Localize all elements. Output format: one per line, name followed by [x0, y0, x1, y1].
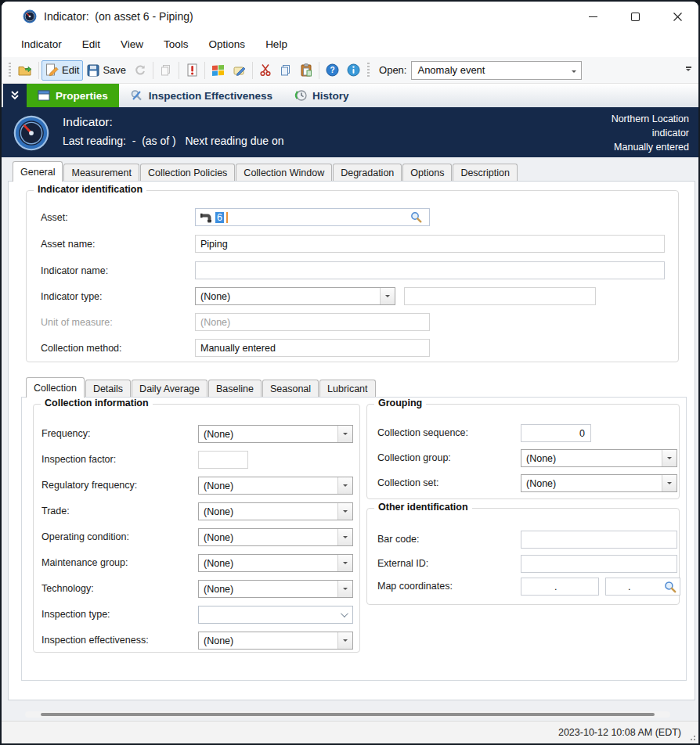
folder-open-icon [18, 63, 32, 77]
bar-code-field[interactable] [521, 531, 677, 549]
inspection-type-combobox[interactable] [198, 606, 353, 624]
copy-icon [280, 64, 292, 77]
toolbar-separator [179, 62, 179, 79]
external-id-field[interactable] [521, 555, 677, 573]
tab-seasonal[interactable]: Seasonal [262, 380, 319, 397]
map-coordinate-x-value: . [554, 581, 557, 592]
group-title: Collection information [41, 398, 153, 408]
frequency-dropdown[interactable]: (None) [198, 425, 353, 443]
asset-field[interactable]: 6 [195, 208, 430, 226]
summary-type: indicator [612, 126, 689, 140]
help-button[interactable]: ? [322, 60, 343, 81]
dropdown-arrow[interactable] [662, 475, 677, 491]
indicator-name-field[interactable] [195, 261, 665, 279]
dropdown-arrow[interactable] [337, 529, 352, 545]
menu-options[interactable]: Options [199, 35, 256, 53]
dropdown-arrow[interactable] [337, 581, 352, 597]
window-title: Indicator: (on asset 6 - Piping) [44, 10, 193, 23]
menu-edit[interactable]: Edit [72, 35, 110, 53]
menu-tools[interactable]: Tools [153, 35, 199, 53]
technology-label: Technology: [41, 583, 94, 594]
save-button[interactable]: Save [83, 60, 130, 81]
tab-collection-window[interactable]: Collection Window [236, 164, 332, 181]
tab-lubricant[interactable]: Lubricant [319, 380, 375, 397]
tab-properties[interactable]: Properties [27, 84, 119, 107]
map-coordinate-x-field[interactable]: . [521, 578, 599, 596]
tab-collection-policies[interactable]: Collection Policies [140, 164, 235, 181]
technology-dropdown[interactable]: (None) [198, 580, 353, 598]
tab-collection[interactable]: Collection [26, 377, 85, 398]
tab-general[interactable]: General [13, 161, 63, 182]
open-form-button[interactable] [14, 60, 36, 81]
menu-indicator[interactable]: Indicator [11, 35, 72, 53]
dropdown-arrow[interactable] [380, 288, 395, 304]
gauge-icon-large [13, 115, 49, 151]
resize-grip[interactable] [687, 732, 695, 740]
send-note-icon [233, 64, 246, 77]
dropdown-arrow[interactable] [337, 426, 352, 442]
collapse-header-button[interactable] [3, 84, 27, 107]
windows-button[interactable] [207, 60, 229, 81]
collection-group-dropdown[interactable]: (None) [521, 449, 677, 467]
dropdown-arrow[interactable] [337, 477, 352, 494]
dropdown-arrow[interactable] [337, 632, 352, 649]
tab-details[interactable]: Details [85, 380, 131, 397]
toolbar-overflow-button[interactable] [682, 67, 695, 74]
collection-sequence-field[interactable]: 0 [521, 424, 591, 442]
open-combobox-value: Anomaly event [417, 64, 485, 76]
dropdown-arrow[interactable] [337, 555, 352, 571]
double-chevron-down-icon [10, 90, 20, 101]
tab-properties-label: Properties [56, 90, 108, 102]
indicator-type-detail-field [404, 287, 596, 305]
tab-daily-average[interactable]: Daily Average [132, 380, 207, 397]
info-button[interactable] [343, 60, 364, 81]
maximize-button[interactable] [614, 2, 656, 31]
toolbar-grip[interactable] [9, 63, 11, 78]
alert-document-button[interactable] [182, 60, 202, 81]
inspection-effectiveness-dropdown[interactable]: (None) [198, 632, 353, 650]
asset-name-label: Asset name: [41, 239, 95, 250]
operating-condition-dropdown[interactable]: (None) [198, 528, 353, 546]
send-button[interactable] [229, 60, 250, 81]
menu-view[interactable]: View [110, 35, 153, 53]
tab-degradation[interactable]: Degradation [333, 164, 402, 181]
minimize-button[interactable] [572, 2, 614, 31]
tab-description[interactable]: Description [453, 164, 518, 181]
tab-history[interactable]: History [283, 84, 360, 107]
chevron-down-icon [341, 610, 348, 617]
menu-help[interactable]: Help [255, 35, 298, 53]
trade-dropdown[interactable]: (None) [198, 502, 353, 520]
tab-measurement[interactable]: Measurement [63, 164, 139, 181]
edit-button[interactable]: Edit [41, 60, 83, 81]
properties-window-icon [38, 90, 50, 101]
map-coordinate-y-field[interactable]: . [605, 578, 680, 596]
close-button[interactable] [656, 2, 698, 31]
open-combobox[interactable]: Anomaly event [411, 61, 582, 80]
page-general: Indicator identification Asset: 6 Asset … [8, 181, 695, 700]
dropdown-arrow[interactable] [662, 450, 677, 466]
dropdown-arrow[interactable] [337, 503, 352, 520]
paste-button[interactable] [296, 60, 316, 81]
tab-inspection-effectiveness[interactable]: Inspection Effectiveness [119, 84, 283, 107]
combobox-arrow[interactable] [566, 62, 581, 79]
regulatory-frequency-dropdown[interactable]: (None) [198, 477, 353, 495]
indicator-type-dropdown[interactable]: (None) [195, 287, 395, 305]
search-icon[interactable] [410, 211, 422, 223]
tab-baseline[interactable]: Baseline [208, 380, 262, 397]
copy-button[interactable] [276, 60, 296, 81]
main-tab-strip: General Measurement Collection Policies … [13, 161, 518, 181]
collection-set-dropdown[interactable]: (None) [521, 474, 677, 492]
collection-method-field: Manually entered [195, 339, 430, 357]
group-title: Grouping [374, 398, 426, 408]
tab-options[interactable]: Options [402, 164, 452, 181]
cut-button[interactable] [255, 60, 276, 81]
horizontal-scrollbar[interactable] [25, 711, 670, 718]
maintenance-group-dropdown[interactable]: (None) [198, 554, 353, 572]
search-icon[interactable] [664, 581, 677, 593]
record-subtitle: Last reading: - (as of ) Next reading du… [63, 135, 284, 147]
toolbar-grip[interactable] [367, 63, 370, 78]
toolbar-separator [38, 62, 39, 79]
scrollbar-thumb[interactable] [41, 713, 655, 716]
open-label: Open: [379, 64, 406, 76]
svg-text:?: ? [330, 66, 334, 74]
